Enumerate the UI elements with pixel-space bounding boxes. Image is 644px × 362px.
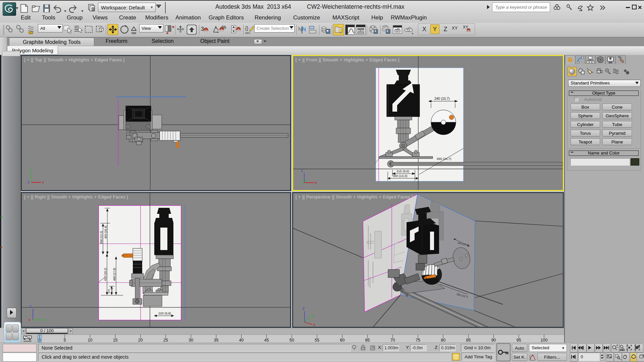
- svg-text:y: y: [302, 180, 304, 184]
- svg-text:85: 85: [466, 338, 471, 343]
- svg-text:80: 80: [441, 338, 445, 343]
- svg-text:x: x: [313, 322, 315, 327]
- svg-text:35: 35: [214, 338, 218, 343]
- svg-text:240 (10,7): 240 (10,7): [434, 97, 450, 101]
- svg-text:45: 45: [264, 338, 269, 343]
- svg-text:%: %: [222, 24, 226, 30]
- svg-text:x: x: [315, 180, 317, 185]
- svg-text:z: z: [30, 304, 32, 309]
- svg-text:50: 50: [289, 338, 294, 343]
- svg-text:55: 55: [315, 338, 319, 343]
- svg-text:(5,6): (5,6): [110, 288, 113, 294]
- svg-text:125: 125: [107, 289, 110, 294]
- svg-text:5: 5: [64, 338, 66, 343]
- svg-text:z: z: [28, 180, 30, 184]
- svg-text:z: z: [301, 168, 303, 173]
- svg-text:220 (9,8): 220 (9,8): [158, 311, 171, 315]
- svg-text:y: y: [312, 313, 314, 317]
- svg-text:100: 100: [541, 338, 548, 343]
- svg-text:3: 3: [201, 26, 204, 32]
- svg-text:z: z: [303, 306, 305, 311]
- svg-text:15: 15: [113, 338, 118, 343]
- svg-text:459 (20,4): 459 (20,4): [104, 226, 107, 239]
- svg-text:25: 25: [163, 338, 168, 343]
- svg-text:ABC: ABC: [245, 32, 251, 35]
- svg-text:70: 70: [390, 338, 395, 343]
- svg-text:65: 65: [365, 338, 370, 343]
- svg-text:y: y: [29, 168, 31, 172]
- svg-text:30: 30: [189, 338, 193, 343]
- svg-text:300 (13,3): 300 (13,3): [393, 174, 407, 178]
- svg-text:90: 90: [491, 338, 496, 343]
- svg-text:y: y: [44, 317, 46, 322]
- svg-text:{}: {}: [245, 25, 249, 31]
- svg-text:215 (9,6): 215 (9,6): [396, 169, 409, 173]
- svg-text:40: 40: [239, 338, 244, 343]
- svg-text:10: 10: [88, 338, 92, 343]
- svg-text:300 (13,3): 300 (13,3): [100, 231, 103, 244]
- svg-text:95: 95: [517, 338, 521, 343]
- svg-text:75: 75: [416, 338, 420, 343]
- svg-text:400 (17,8): 400 (17,8): [113, 268, 116, 281]
- svg-text:410 (18,2): 410 (18,2): [104, 268, 107, 281]
- svg-text:60: 60: [340, 338, 344, 343]
- svg-text:20: 20: [138, 338, 143, 343]
- svg-text:555 (24,7): 555 (24,7): [437, 157, 451, 161]
- svg-text:0: 0: [39, 338, 41, 343]
- svg-text:x: x: [29, 317, 31, 322]
- svg-text:x: x: [42, 180, 44, 185]
